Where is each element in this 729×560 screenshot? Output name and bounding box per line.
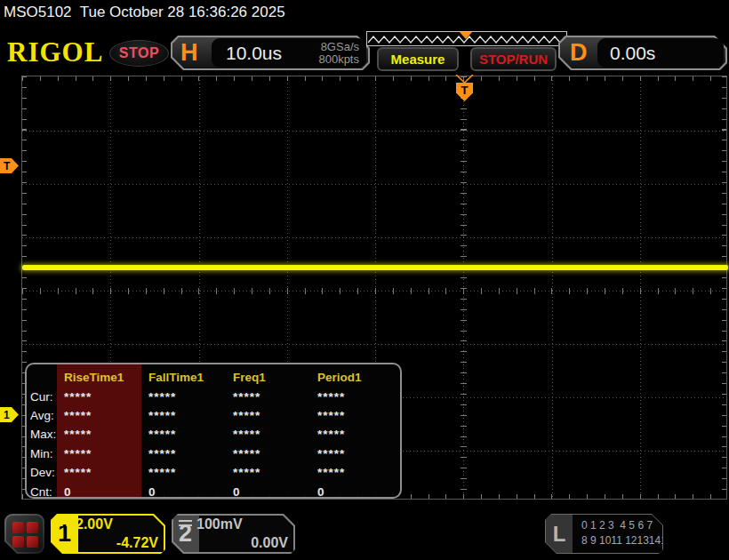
sample-rate: 8GSa/s xyxy=(321,40,359,53)
measure-button-label: Measure xyxy=(391,52,445,67)
cell-value: ***** xyxy=(228,444,312,463)
measure-button[interactable]: Measure xyxy=(377,47,459,71)
cell-value: ***** xyxy=(143,463,228,482)
cell-value: 0 xyxy=(228,482,312,499)
cell-value: ***** xyxy=(312,425,397,444)
cell-value: ***** xyxy=(312,463,397,482)
cell-value: ***** xyxy=(228,463,312,482)
channel2-offset: 0.00V xyxy=(251,535,288,551)
grid-hline xyxy=(22,237,726,238)
horizontal-timebase-widget[interactable]: H 10.0us 8GSa/s 800kpts xyxy=(171,36,370,70)
cell-value: ***** xyxy=(143,387,228,405)
cell-value: ***** xyxy=(143,425,228,444)
cell-value: ***** xyxy=(143,406,228,425)
cell-value: ***** xyxy=(59,406,143,425)
red-square-icon xyxy=(12,536,24,548)
model-and-datetime: MSO5102 Tue October 28 16:36:26 2025 xyxy=(4,4,285,21)
red-square-icon xyxy=(27,536,38,548)
grid-hline xyxy=(22,131,726,132)
trigger-level-label: T xyxy=(4,160,10,172)
channel1-marker-label: 1 xyxy=(4,409,10,421)
run-state-label: STOP xyxy=(119,45,159,61)
row-label: Cur: xyxy=(27,387,59,405)
table-corner xyxy=(27,368,59,387)
cell-value: ***** xyxy=(312,444,397,463)
run-state-badge: STOP xyxy=(109,40,169,67)
timebase-display: 10.0us 8GSa/s 800kpts xyxy=(212,38,366,68)
digital-body: 0 1 2 3 4 5 6 7 8 9 1011 12131415 xyxy=(573,515,662,553)
channel1-offset: -4.72V xyxy=(116,535,158,551)
cell-value: 0 xyxy=(312,482,397,499)
delay-label: D xyxy=(570,39,588,67)
cell-value: ***** xyxy=(228,406,312,425)
bottom-bar: 1 2.00V -4.72V 2 100mV 0.00V L 0 1 2 3 4… xyxy=(0,503,729,560)
channel1-badge[interactable]: 1 2.00V -4.72V xyxy=(51,514,165,554)
position-indicator-icon[interactable] xyxy=(460,32,472,39)
row-label: Min: xyxy=(27,444,59,463)
channel2-badge[interactable]: 2 100mV 0.00V xyxy=(172,514,295,554)
cell-value: ***** xyxy=(228,425,312,444)
trigger-position-marker[interactable]: T xyxy=(455,75,474,102)
trigger-position-v-icon xyxy=(455,75,474,84)
stop-run-button-label: STOP/RUN xyxy=(479,52,548,67)
column-header-freq[interactable]: Freq1 xyxy=(228,368,312,387)
row-label: Cnt: xyxy=(27,482,59,499)
delay-display: 0.00s xyxy=(597,38,724,68)
cell-value: ***** xyxy=(59,463,143,482)
digital-label: L xyxy=(546,515,573,553)
cell-value: ***** xyxy=(59,444,143,463)
center-tick-line xyxy=(22,288,726,294)
channel1-waveform xyxy=(22,265,728,270)
column-header-risetime[interactable]: RiseTime1 xyxy=(59,368,143,387)
channel2-scale-value: 100mV xyxy=(196,516,243,532)
channel1-scale: 2.00V xyxy=(58,516,113,532)
oscilloscope-screen: MSO5102 Tue October 28 16:36:26 2025 RIG… xyxy=(0,0,729,560)
red-square-icon xyxy=(12,522,24,533)
row-label: Max: xyxy=(27,425,59,444)
cell-value: ***** xyxy=(59,387,143,405)
rigol-logo: RIGOL xyxy=(7,36,103,69)
dc-coupling-icon xyxy=(179,519,192,529)
measurement-table: RiseTime1 FallTime1 Freq1 Period1 Cur: *… xyxy=(25,363,402,499)
delay-value: 0.00s xyxy=(610,43,655,64)
channel1-offset-marker[interactable]: 1 xyxy=(0,407,19,422)
stop-run-button[interactable]: STOP/RUN xyxy=(470,47,557,71)
menu-grid-button[interactable] xyxy=(4,514,44,554)
dc-coupling-icon xyxy=(58,519,71,529)
channel2-scale: 100mV xyxy=(179,516,243,532)
cell-value: ***** xyxy=(312,387,397,405)
digital-row1: 0 1 2 3 4 5 6 7 xyxy=(581,519,653,532)
digital-row2: 8 9 1011 12131415 xyxy=(581,534,673,547)
measurement-grid: RiseTime1 FallTime1 Freq1 Period1 Cur: *… xyxy=(27,368,397,499)
channel1-scale-value: 2.00V xyxy=(76,516,113,532)
memory-depth: 800kpts xyxy=(318,52,359,66)
horizontal-label: H xyxy=(180,39,198,67)
waveform-position-bar[interactable] xyxy=(366,31,567,46)
cell-value: ***** xyxy=(228,387,312,405)
cell-value: ***** xyxy=(143,444,228,463)
cell-value: 0 xyxy=(59,482,143,499)
cell-value: ***** xyxy=(59,425,143,444)
timebase-value: 10.0us xyxy=(226,43,282,64)
cell-value: ***** xyxy=(312,406,397,425)
row-label: Dev: xyxy=(27,463,59,482)
column-header-falltime[interactable]: FallTime1 xyxy=(143,368,228,387)
delay-widget[interactable]: D 0.00s xyxy=(558,36,727,70)
grid-ticks-top xyxy=(22,76,726,81)
grid-hline xyxy=(22,184,726,185)
column-header-period[interactable]: Period1 xyxy=(312,368,397,387)
trigger-level-marker[interactable]: T xyxy=(0,158,19,173)
row-label: Avg: xyxy=(27,406,59,425)
red-square-icon xyxy=(27,522,38,533)
grid-hline xyxy=(22,344,726,345)
trigger-position-shield-icon: T xyxy=(456,83,473,101)
cell-value: 0 xyxy=(143,482,228,499)
digital-channels-badge[interactable]: L 0 1 2 3 4 5 6 7 8 9 1011 12131415 xyxy=(545,514,663,554)
